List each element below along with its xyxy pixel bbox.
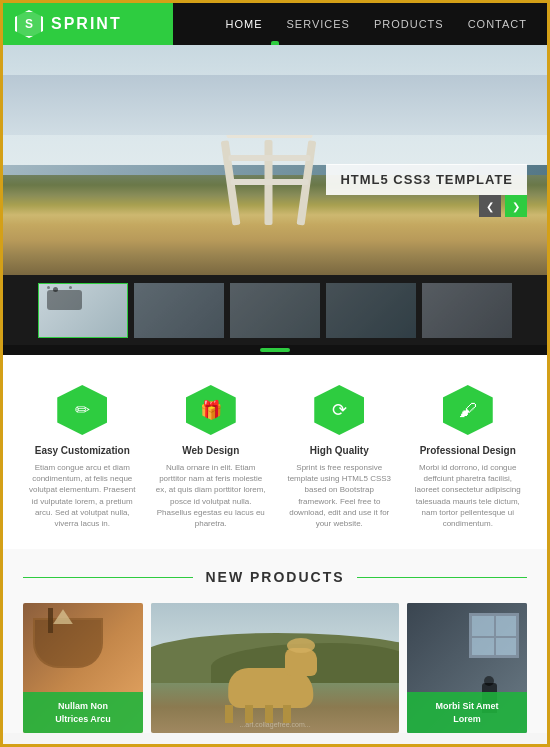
nav-links: HOME SERVICES PRODUCTS CONTACT [225, 18, 547, 30]
feature-hex-3: ⟳ [314, 385, 364, 435]
thumbnail-bar [3, 275, 547, 345]
brush-icon: 🖌 [459, 400, 477, 421]
feature-text-4: Morbi id dorrono, id congue deffciunt ph… [413, 462, 523, 529]
feature-professional-design: 🖌 Professional Design Morbi id dorrono, … [413, 385, 523, 529]
hero-section: HTML5 CSS3 TEMPLATE ❮ ❯ [3, 45, 547, 275]
thumb-5[interactable] [422, 283, 512, 338]
nav-link-products[interactable]: PRODUCTS [374, 18, 444, 30]
section-title-text: NEW PRODUCTS [205, 569, 344, 585]
products-grid: Nullam Non Ultrices Arcu [23, 603, 527, 733]
feature-title-2: Web Design [156, 445, 266, 456]
section-title: NEW PRODUCTS [23, 569, 527, 585]
feature-title-1: Easy Customization [27, 445, 137, 456]
hero-next-arrow[interactable]: ❯ [505, 195, 527, 217]
hero-prev-arrow[interactable]: ❮ [479, 195, 501, 217]
feature-high-quality: ⟳ High Quality Sprint is free responsive… [284, 385, 394, 529]
hero-label: HTML5 CSS3 TEMPLATE [326, 164, 527, 195]
nav-link-contact[interactable]: CONTACT [468, 18, 527, 30]
hero-chair [215, 125, 325, 225]
feature-title-3: High Quality [284, 445, 394, 456]
new-products-section: NEW PRODUCTS Nullam Non Ultrices Arcu [3, 549, 547, 733]
feature-text-2: Nulla ornare in elit. Etiam porttitor na… [156, 462, 266, 529]
product-card-1[interactable]: Nullam Non Ultrices Arcu [23, 603, 143, 733]
logo-hex: S [15, 10, 43, 38]
features-section: ✏ Easy Customization Etiam congue arcu e… [3, 355, 547, 549]
gift-icon: 🎁 [200, 399, 222, 421]
feature-web-design: 🎁 Web Design Nulla ornare in elit. Etiam… [156, 385, 266, 529]
product-card-3[interactable]: Morbi Sit Amet Lorem [407, 603, 527, 733]
nav-indicator [271, 41, 279, 45]
hero-water [3, 75, 547, 135]
logo-text: SPRINT [51, 15, 122, 33]
feature-easy-customization: ✏ Easy Customization Etiam congue arcu e… [27, 385, 137, 529]
feature-title-4: Professional Design [413, 445, 523, 456]
thumb-4[interactable] [326, 283, 416, 338]
feature-hex-2: 🎁 [186, 385, 236, 435]
logo-letter: S [25, 17, 33, 31]
refresh-icon: ⟳ [332, 399, 347, 421]
features-grid: ✏ Easy Customization Etiam congue arcu e… [23, 385, 527, 529]
thumb-indicator [260, 348, 290, 352]
hero-arrows: ❮ ❯ [479, 195, 527, 217]
nav-link-home[interactable]: HOME [225, 18, 262, 30]
title-line-left [23, 577, 193, 578]
nav-logo[interactable]: S SPRINT [3, 3, 173, 45]
thumb-3[interactable] [230, 283, 320, 338]
feature-text-3: Sprint is free responsive template using… [284, 462, 394, 529]
feature-hex-4: 🖌 [443, 385, 493, 435]
product-label-1: Nullam Non Ultrices Arcu [23, 692, 143, 733]
title-line-right [357, 577, 527, 578]
thumb-1[interactable] [38, 283, 128, 338]
feature-text-1: Etiam congue arcu et diam condimentum, a… [27, 462, 137, 529]
thumb-2[interactable] [134, 283, 224, 338]
navbar: S SPRINT HOME SERVICES PRODUCTS CONTACT [3, 3, 547, 45]
product-label-3: Morbi Sit Amet Lorem [407, 692, 527, 733]
nav-link-services[interactable]: SERVICES [286, 18, 349, 30]
pencil-icon: ✏ [75, 399, 90, 421]
feature-hex-1: ✏ [57, 385, 107, 435]
thumb-indicator-bar [3, 345, 547, 355]
product-card-2[interactable]: ...art.collagefree.com... [151, 603, 399, 733]
